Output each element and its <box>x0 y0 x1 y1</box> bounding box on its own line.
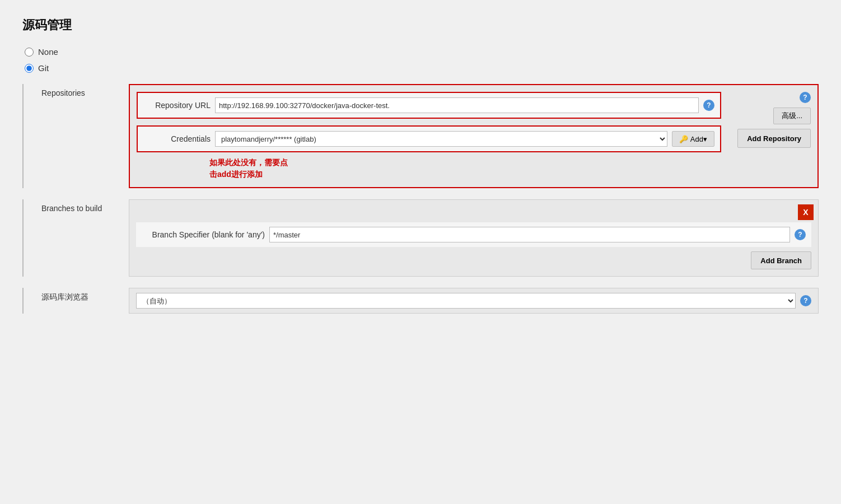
key-icon: 🔑 <box>679 135 688 143</box>
branch-specifier-input[interactable] <box>269 227 790 242</box>
radio-none-label: None <box>38 47 58 57</box>
browser-divider <box>22 288 24 314</box>
add-branch-button[interactable]: Add Branch <box>751 251 811 269</box>
radio-git-label: Git <box>38 63 49 73</box>
add-btn-label: Add▾ <box>690 135 707 143</box>
radio-git[interactable]: Git <box>25 63 819 73</box>
add-repository-button[interactable]: Add Repository <box>737 129 811 148</box>
credentials-add-button[interactable]: 🔑 Add▾ <box>672 131 714 147</box>
source-browser-label: 源码库浏览器 <box>39 288 118 302</box>
repositories-content: Repository URL ? Credentials playtomandj… <box>129 84 819 188</box>
branches-content: X Branch Specifier (blank for 'any') ? A… <box>129 199 819 277</box>
repos-right-buttons: ? 高级... Add Repository <box>737 92 811 148</box>
source-browser-content: （自动） ? <box>129 288 819 314</box>
repo-url-row: Repository URL ? <box>137 92 721 119</box>
credentials-row: Credentials playtomandjerry/****** (gitl… <box>137 125 721 152</box>
browser-box: （自动） ? <box>129 288 819 314</box>
radio-git-input[interactable] <box>25 64 34 73</box>
browser-select[interactable]: （自动） <box>136 293 796 309</box>
advanced-button[interactable]: 高级... <box>773 108 811 124</box>
page-title: 源码管理 <box>22 17 819 34</box>
branches-label: Branches to build <box>39 199 118 213</box>
branch-specifier-row: Branch Specifier (blank for 'any') ? <box>136 222 811 247</box>
repos-help-icon[interactable]: ? <box>800 92 811 103</box>
branches-remove-button[interactable]: X <box>798 204 814 220</box>
page: 源码管理 None Git Repositories <box>0 0 841 504</box>
section-divider <box>22 84 24 188</box>
repo-url-input[interactable] <box>215 97 699 113</box>
scm-section: None Git Repositories Repository URL <box>22 47 819 325</box>
scm-radio-group: None Git <box>22 47 819 73</box>
repo-url-help-icon[interactable]: ? <box>703 100 714 111</box>
repositories-label: Repositories <box>39 84 118 97</box>
branches-outer-box: X Branch Specifier (blank for 'any') ? A… <box>129 199 819 277</box>
repositories-section: Repositories Repository URL ? Credential… <box>22 84 819 188</box>
branches-section: Branches to build X Branch Specifier (bl… <box>22 199 819 277</box>
radio-none-input[interactable] <box>25 48 34 57</box>
branches-divider <box>22 199 24 277</box>
branch-buttons-row: Add Branch <box>136 251 811 269</box>
repos-fields: Repository URL ? Credentials playtomandj… <box>137 92 811 180</box>
source-browser-section: 源码库浏览器 （自动） ? <box>22 288 819 314</box>
repo-url-label: Repository URL <box>143 101 211 110</box>
credentials-select[interactable]: playtomandjerry/****** (gitlab) <box>215 131 667 147</box>
browser-help-icon[interactable]: ? <box>800 295 811 306</box>
annotation-text: 如果此处没有，需要点 击add进行添加 <box>209 157 721 180</box>
repos-outer-box: Repository URL ? Credentials playtomandj… <box>129 84 819 188</box>
radio-none[interactable]: None <box>25 47 819 57</box>
branch-specifier-help-icon[interactable]: ? <box>795 229 806 240</box>
branch-specifier-label: Branch Specifier (blank for 'any') <box>142 230 265 239</box>
credentials-label: Credentials <box>143 134 211 143</box>
